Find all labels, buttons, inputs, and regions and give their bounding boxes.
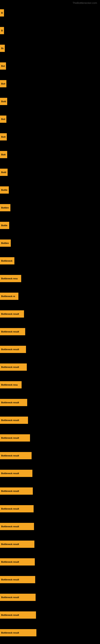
bar-7: Bott <box>0 116 6 123</box>
bar-label-28: Bottleneck result <box>1 490 19 492</box>
bar-18: Bottleneck result <box>0 310 24 318</box>
bar-row: Bottleneck result <box>0 606 100 624</box>
bar-19: Bottleneck result <box>0 328 25 335</box>
bar-34: Bottleneck result <box>0 594 36 601</box>
bar-label-15: Bottleneck <box>1 260 12 262</box>
bar-row: Bottleneck result <box>0 358 100 376</box>
bar-label-7: Bott <box>1 118 5 120</box>
bar-label-11: Bottle <box>1 189 7 191</box>
bar-row: Bottlen <box>0 234 100 252</box>
bar-row: Bottlen <box>0 199 100 216</box>
bar-4: Bott <box>0 62 6 70</box>
bar-6: Bottl <box>0 98 7 105</box>
bar-row: Bottleneck result <box>0 553 100 571</box>
bar-17: Bottleneck re <box>0 292 18 300</box>
bar-label-18: Bottleneck result <box>1 313 19 315</box>
bar-15: Bottleneck <box>0 257 14 264</box>
bar-label-17: Bottleneck re <box>1 295 15 298</box>
bar-label-2: Bo <box>1 30 3 32</box>
bar-label-13: Bottle <box>1 224 7 226</box>
bar-row: Bo <box>0 22 100 40</box>
bar-row: Bottleneck result <box>0 429 100 447</box>
bar-label-31: Bottleneck result <box>1 543 19 546</box>
bar-label-21: Bottleneck result <box>1 366 19 368</box>
bar-label-20: Bottleneck result <box>1 348 19 350</box>
bar-36: Bottleneck result <box>0 629 36 636</box>
bar-24: Bottleneck result <box>0 416 28 424</box>
bar-row: Bott <box>0 75 100 92</box>
bar-label-30: Bottleneck result <box>1 525 19 528</box>
bar-25: Bottleneck result <box>0 434 30 442</box>
bar-33: Bottleneck result <box>0 576 35 583</box>
bar-35: Bottleneck result <box>0 612 36 619</box>
bar-31: Bottleneck result <box>0 540 34 548</box>
bar-label-9: Bott <box>1 153 6 156</box>
bar-label-12: Bottlen <box>1 206 9 209</box>
bar-5: Bott <box>0 80 6 87</box>
bar-row: Bottleneck result <box>0 571 100 588</box>
bar-label-36: Bottleneck result <box>1 632 19 634</box>
bar-2: Bo <box>0 27 4 34</box>
bar-row: Bottleneck result <box>0 482 100 500</box>
bar-label-6: Bottl <box>1 100 6 103</box>
bar-1: Bo <box>0 9 4 16</box>
bar-9: Bott <box>0 151 7 158</box>
bar-row: Bott <box>0 57 100 75</box>
bar-row: Bottleneck result <box>0 588 100 606</box>
bar-label-24: Bottleneck result <box>1 419 19 422</box>
bar-27: Bottleneck result <box>0 470 32 477</box>
bar-12: Bottlen <box>0 204 10 211</box>
bar-26: Bottleneck result <box>0 452 32 459</box>
bar-13: Bottle <box>0 222 9 229</box>
bar-22: Bottleneck resu <box>0 381 22 388</box>
bar-row: Bottleneck result <box>0 535 100 553</box>
bar-20: Bottleneck result <box>0 346 26 353</box>
bar-label-33: Bottleneck result <box>1 578 19 581</box>
bar-label-3: Bot <box>1 47 3 50</box>
bar-row: Bottleneck result <box>0 518 100 535</box>
bar-14: Bottlen <box>0 240 11 247</box>
bar-row: Bott <box>0 110 100 128</box>
bar-11: Bottle <box>0 186 9 194</box>
bar-16: Bottleneck resu <box>0 275 21 282</box>
bar-28: Bottleneck result <box>0 488 33 495</box>
bar-10: Bottl <box>0 169 8 176</box>
bar-row: Bottleneck result <box>0 624 100 642</box>
bar-29: Bottleneck result <box>0 505 34 512</box>
bar-row: Bo <box>0 4 100 22</box>
bar-32: Bottleneck result <box>0 558 35 566</box>
bar-label-22: Bottleneck resu <box>1 384 18 386</box>
bar-row: Bottleneck result <box>0 447 100 464</box>
bar-3: Bot <box>0 45 5 52</box>
bar-row: Bottleneck result <box>0 464 100 482</box>
bar-label-14: Bottlen <box>1 242 9 244</box>
bar-label-35: Bottleneck result <box>1 614 19 616</box>
bar-label-19: Bottleneck result <box>1 330 19 333</box>
bar-row: Bottle <box>0 216 100 234</box>
bar-label-8: Bott <box>1 136 6 138</box>
bar-row: Bottl <box>0 92 100 110</box>
bar-label-34: Bottleneck result <box>1 596 19 598</box>
bar-label-4: Bott <box>1 65 5 67</box>
bar-row: Bottleneck re <box>0 288 100 305</box>
bar-label-26: Bottleneck result <box>1 454 19 457</box>
bar-row: Bot <box>0 40 100 57</box>
bar-row: Bottl <box>0 164 100 181</box>
bar-23: Bottleneck result <box>0 399 27 406</box>
bar-row: Bott <box>0 146 100 164</box>
bar-label-27: Bottleneck result <box>1 472 19 474</box>
bar-row: Bottleneck result <box>0 323 100 340</box>
bar-row: Bottleneck <box>0 252 100 270</box>
bar-21: Bottleneck result <box>0 364 27 371</box>
bar-label-25: Bottleneck result <box>1 437 19 439</box>
bar-row: Bottleneck resu <box>0 270 100 288</box>
bar-30: Bottleneck result <box>0 523 34 530</box>
bar-row: Bottleneck result <box>0 394 100 411</box>
bar-label-32: Bottleneck result <box>1 561 19 563</box>
bar-row: Bottleneck resu <box>0 376 100 394</box>
bars-container: BoBoBotBottBottBottlBottBottBottBottlBot… <box>0 4 100 642</box>
bar-row: Bottleneck result <box>0 305 100 323</box>
bar-label-29: Bottleneck result <box>1 508 19 510</box>
bar-label-23: Bottleneck result <box>1 401 19 404</box>
bar-8: Bott <box>0 133 7 140</box>
